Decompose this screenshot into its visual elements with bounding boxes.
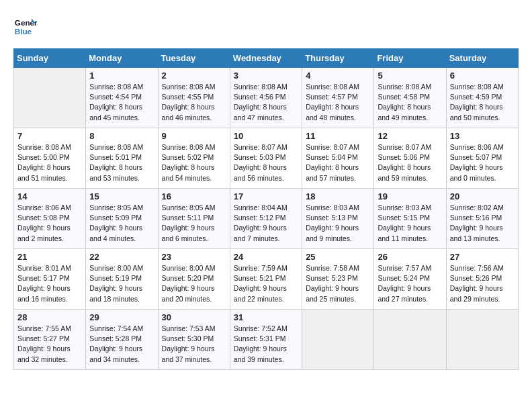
day-number: 23	[162, 252, 226, 262]
day-info: Sunrise: 8:08 AMSunset: 4:56 PMDaylight:…	[234, 82, 298, 123]
day-info: Sunrise: 7:58 AMSunset: 5:23 PMDaylight:…	[306, 263, 370, 304]
calendar-cell: 10Sunrise: 8:07 AMSunset: 5:03 PMDayligh…	[230, 128, 302, 189]
day-info: Sunrise: 8:08 AMSunset: 4:57 PMDaylight:…	[306, 82, 370, 123]
day-info: Sunrise: 8:06 AMSunset: 5:08 PMDaylight:…	[17, 203, 82, 244]
day-number: 28	[17, 312, 82, 322]
day-info: Sunrise: 8:00 AMSunset: 5:19 PMDaylight:…	[89, 263, 154, 304]
day-info: Sunrise: 7:52 AMSunset: 5:31 PMDaylight:…	[234, 324, 298, 365]
day-info: Sunrise: 8:08 AMSunset: 5:00 PMDaylight:…	[17, 142, 82, 183]
day-number: 6	[450, 71, 515, 81]
day-number: 7	[17, 131, 82, 141]
calendar-header-row: SundayMondayTuesdayWednesdayThursdayFrid…	[14, 49, 519, 68]
day-number: 25	[306, 252, 370, 262]
week-row-5: 28Sunrise: 7:55 AMSunset: 5:27 PMDayligh…	[14, 310, 519, 370]
calendar-cell: 28Sunrise: 7:55 AMSunset: 5:27 PMDayligh…	[14, 310, 86, 370]
calendar-cell: 27Sunrise: 7:56 AMSunset: 5:26 PMDayligh…	[446, 249, 518, 310]
day-info: Sunrise: 8:07 AMSunset: 5:06 PMDaylight:…	[378, 142, 442, 183]
calendar-cell: 17Sunrise: 8:04 AMSunset: 5:12 PMDayligh…	[230, 189, 302, 249]
calendar-cell: 30Sunrise: 7:53 AMSunset: 5:30 PMDayligh…	[158, 310, 230, 370]
day-number: 30	[162, 312, 226, 322]
day-number: 1	[89, 71, 154, 81]
header-friday: Friday	[374, 49, 446, 68]
calendar-cell	[374, 310, 446, 370]
day-info: Sunrise: 8:07 AMSunset: 5:03 PMDaylight:…	[234, 142, 298, 183]
calendar-cell: 3Sunrise: 8:08 AMSunset: 4:56 PMDaylight…	[230, 68, 302, 128]
week-row-3: 14Sunrise: 8:06 AMSunset: 5:08 PMDayligh…	[14, 189, 519, 249]
day-info: Sunrise: 8:04 AMSunset: 5:12 PMDaylight:…	[234, 203, 298, 244]
calendar-cell: 29Sunrise: 7:54 AMSunset: 5:28 PMDayligh…	[86, 310, 158, 370]
calendar-table: SundayMondayTuesdayWednesdayThursdayFrid…	[13, 48, 519, 370]
calendar-cell: 31Sunrise: 7:52 AMSunset: 5:31 PMDayligh…	[230, 310, 302, 370]
day-info: Sunrise: 7:59 AMSunset: 5:21 PMDaylight:…	[234, 263, 298, 304]
day-number: 27	[450, 252, 515, 262]
day-number: 8	[89, 131, 154, 141]
day-number: 16	[162, 191, 226, 201]
day-info: Sunrise: 8:08 AMSunset: 5:01 PMDaylight:…	[89, 142, 154, 183]
week-row-1: 1Sunrise: 8:08 AMSunset: 4:54 PMDaylight…	[14, 68, 519, 128]
day-number: 14	[17, 191, 82, 201]
header-tuesday: Tuesday	[158, 49, 230, 68]
day-number: 5	[378, 71, 442, 81]
calendar-cell: 16Sunrise: 8:05 AMSunset: 5:11 PMDayligh…	[158, 189, 230, 249]
day-number: 26	[378, 252, 442, 262]
calendar-cell: 8Sunrise: 8:08 AMSunset: 5:01 PMDaylight…	[86, 128, 158, 189]
day-number: 4	[306, 71, 370, 81]
calendar-cell: 19Sunrise: 8:03 AMSunset: 5:15 PMDayligh…	[374, 189, 446, 249]
calendar-cell	[446, 310, 518, 370]
day-info: Sunrise: 7:56 AMSunset: 5:26 PMDaylight:…	[450, 263, 515, 304]
calendar-cell: 22Sunrise: 8:00 AMSunset: 5:19 PMDayligh…	[86, 249, 158, 310]
day-info: Sunrise: 8:05 AMSunset: 5:09 PMDaylight:…	[89, 203, 154, 244]
day-number: 10	[234, 131, 298, 141]
calendar-cell: 14Sunrise: 8:06 AMSunset: 5:08 PMDayligh…	[14, 189, 86, 249]
day-number: 12	[378, 131, 442, 141]
day-info: Sunrise: 8:08 AMSunset: 4:58 PMDaylight:…	[378, 82, 442, 123]
day-info: Sunrise: 8:05 AMSunset: 5:11 PMDaylight:…	[162, 203, 226, 244]
day-info: Sunrise: 8:03 AMSunset: 5:15 PMDaylight:…	[378, 203, 442, 244]
calendar-cell: 11Sunrise: 8:07 AMSunset: 5:04 PMDayligh…	[302, 128, 374, 189]
day-number: 21	[17, 252, 82, 262]
day-info: Sunrise: 7:55 AMSunset: 5:27 PMDaylight:…	[17, 324, 82, 365]
week-row-2: 7Sunrise: 8:08 AMSunset: 5:00 PMDaylight…	[14, 128, 519, 189]
calendar-cell: 24Sunrise: 7:59 AMSunset: 5:21 PMDayligh…	[230, 249, 302, 310]
day-info: Sunrise: 8:08 AMSunset: 5:02 PMDaylight:…	[162, 142, 226, 183]
day-info: Sunrise: 8:01 AMSunset: 5:17 PMDaylight:…	[17, 263, 82, 304]
header-thursday: Thursday	[302, 49, 374, 68]
day-info: Sunrise: 8:08 AMSunset: 4:54 PMDaylight:…	[89, 82, 154, 123]
day-number: 2	[162, 71, 226, 81]
calendar-cell	[14, 68, 86, 128]
day-number: 13	[450, 131, 515, 141]
calendar-cell: 12Sunrise: 8:07 AMSunset: 5:06 PMDayligh…	[374, 128, 446, 189]
day-number: 24	[234, 252, 298, 262]
logo-icon: General Blue	[13, 13, 38, 38]
calendar-cell: 7Sunrise: 8:08 AMSunset: 5:00 PMDaylight…	[14, 128, 86, 189]
header-sunday: Sunday	[14, 49, 86, 68]
day-number: 22	[89, 252, 154, 262]
day-number: 17	[234, 191, 298, 201]
calendar-cell: 6Sunrise: 8:08 AMSunset: 4:59 PMDaylight…	[446, 68, 518, 128]
header-wednesday: Wednesday	[230, 49, 302, 68]
page-header: General Blue	[13, 13, 519, 38]
day-number: 31	[234, 312, 298, 322]
calendar-cell: 15Sunrise: 8:05 AMSunset: 5:09 PMDayligh…	[86, 189, 158, 249]
calendar-cell: 13Sunrise: 8:06 AMSunset: 5:07 PMDayligh…	[446, 128, 518, 189]
calendar-cell: 2Sunrise: 8:08 AMSunset: 4:55 PMDaylight…	[158, 68, 230, 128]
day-info: Sunrise: 8:03 AMSunset: 5:13 PMDaylight:…	[306, 203, 370, 244]
day-info: Sunrise: 7:57 AMSunset: 5:24 PMDaylight:…	[378, 263, 442, 304]
logo: General Blue	[13, 13, 42, 38]
day-number: 9	[162, 131, 226, 141]
header-monday: Monday	[86, 49, 158, 68]
day-info: Sunrise: 8:00 AMSunset: 5:20 PMDaylight:…	[162, 263, 226, 304]
calendar-cell	[302, 310, 374, 370]
day-info: Sunrise: 8:06 AMSunset: 5:07 PMDaylight:…	[450, 142, 515, 183]
calendar-cell: 26Sunrise: 7:57 AMSunset: 5:24 PMDayligh…	[374, 249, 446, 310]
day-info: Sunrise: 8:02 AMSunset: 5:16 PMDaylight:…	[450, 203, 515, 244]
svg-text:Blue: Blue	[15, 27, 32, 36]
day-number: 19	[378, 191, 442, 201]
day-number: 3	[234, 71, 298, 81]
calendar-cell: 23Sunrise: 8:00 AMSunset: 5:20 PMDayligh…	[158, 249, 230, 310]
day-number: 20	[450, 191, 515, 201]
calendar-cell: 18Sunrise: 8:03 AMSunset: 5:13 PMDayligh…	[302, 189, 374, 249]
calendar-cell: 9Sunrise: 8:08 AMSunset: 5:02 PMDaylight…	[158, 128, 230, 189]
calendar-cell: 20Sunrise: 8:02 AMSunset: 5:16 PMDayligh…	[446, 189, 518, 249]
calendar-cell: 1Sunrise: 8:08 AMSunset: 4:54 PMDaylight…	[86, 68, 158, 128]
